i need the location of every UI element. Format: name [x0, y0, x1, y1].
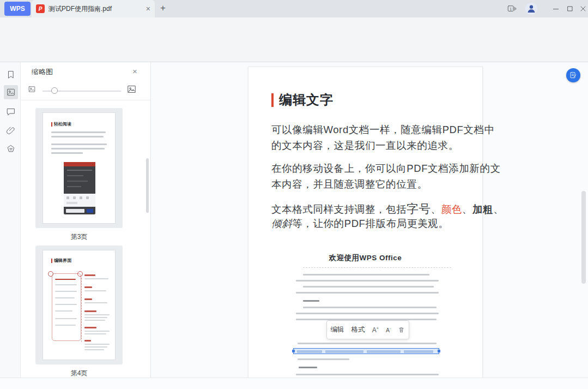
pdf-file-icon: P: [36, 4, 45, 13]
thumb-size-small-icon[interactable]: [28, 85, 36, 93]
wps-home-button[interactable]: WPS: [4, 2, 31, 16]
thumbnail-page-3-label: 第3页: [21, 232, 137, 242]
menu-bar: 文件 开始 插入 批注 编辑 页面 保护 转换 查找功能、文档内容: [0, 17, 588, 34]
paperclip-icon: [6, 125, 16, 135]
panel-scrollbar[interactable]: [146, 158, 149, 213]
embedded-edit-label: 编辑: [331, 325, 344, 334]
doc-paragraph-line: 本内容，并且随意调整它的位置。: [271, 177, 428, 191]
assistant-fab-button[interactable]: [566, 68, 580, 82]
doc-paragraph-line: 文本格式同样支持调整，包括字号、颜色、加粗、: [271, 201, 504, 217]
close-button[interactable]: [579, 4, 587, 13]
thumbnail-page-3-preview: 轻松阅读: [43, 112, 116, 224]
comments-tab-button[interactable]: [4, 105, 18, 119]
thumb-size-slider-knob[interactable]: [51, 87, 58, 94]
embedded-text-selection: [293, 348, 439, 354]
doc-paragraph-line: 可以像编辑Word文档一样，随意编辑PDF文档中: [271, 123, 495, 136]
assistant-doc-icon: [569, 71, 578, 80]
document-viewer: 编辑文字 可以像编辑Word文档一样，随意编辑PDF文档中 的文本内容，这是我们…: [151, 62, 588, 378]
status-bar: 导航 5/10: [0, 378, 588, 389]
thumb3-phone-image: [64, 162, 95, 214]
thumbnails-tab-button[interactable]: [4, 85, 18, 99]
new-tab-button[interactable]: +: [160, 3, 166, 14]
comment-icon: [6, 107, 16, 117]
tab-close-icon[interactable]: ×: [146, 5, 150, 13]
panel-close-icon[interactable]: ×: [132, 67, 137, 76]
document-tab-title: 测试PDF使用指南.pdf: [49, 4, 112, 14]
window-manager-icon[interactable]: 1: [507, 4, 517, 14]
attachments-tab-button[interactable]: [4, 123, 18, 137]
bookmark-icon: [6, 70, 16, 80]
seal-stamp-icon: [6, 144, 16, 154]
svg-text:1: 1: [510, 7, 512, 11]
wps-pdf-window: WPS P 测试PDF使用指南.pdf × + 1 文件: [0, 0, 588, 389]
thumb4-heading: 编辑界面: [54, 258, 71, 264]
seal-tab-button[interactable]: [4, 142, 18, 156]
panel-title: 缩略图: [32, 67, 53, 77]
embedded-font-decrease-icon: A-: [386, 326, 391, 333]
embedded-popup-toolbar: 编辑 格式 A+ A-: [326, 320, 409, 339]
thumb-size-large-icon[interactable]: [126, 84, 137, 94]
minimize-button[interactable]: [551, 4, 560, 13]
thumbnail-page-3[interactable]: 轻松阅读: [35, 108, 123, 228]
embedded-figure-title: 欢迎使用WPS Office: [271, 253, 459, 263]
embedded-delete-icon: [398, 326, 405, 333]
maximize-button[interactable]: [566, 4, 574, 13]
avatar[interactable]: [525, 2, 538, 17]
bookmarks-tab-button[interactable]: [4, 68, 18, 82]
thumbnail-page-4-preview: 编辑界面: [43, 250, 116, 360]
pdf-page: 编辑文字 可以像编辑Word文档一样，随意编辑PDF文档中 的文本内容，这是我们…: [248, 67, 483, 378]
navigation-sidebar: [0, 62, 21, 378]
document-tab[interactable]: P 测试PDF使用指南.pdf ×: [32, 0, 155, 17]
viewer-scrollbar[interactable]: [581, 191, 586, 284]
doc-section-heading: 编辑文字: [271, 91, 334, 109]
thumbnail-panel: 缩略图 × 轻松阅读: [21, 62, 151, 378]
thumb4-phone-sketch: [52, 273, 81, 341]
doc-paragraph-line: 在你的移动设备上，你可以向PDF文档添加新的文: [271, 161, 501, 175]
ribbon-toolbar: 手型 选择 PDF转Office PDF转图片 播放 阅读模式 29%: [0, 34, 588, 62]
tab-bar: WPS P 测试PDF使用指南.pdf × + 1: [0, 0, 588, 17]
doc-paragraph-line: 倾斜等，让你的PDF排版布局更美观。: [271, 217, 448, 230]
thumbnail-image-icon: [6, 87, 16, 97]
embedded-format-label: 格式: [351, 325, 365, 334]
doc-embedded-figure: 欢迎使用WPS Office 编辑 格式 A+ A-: [271, 249, 459, 378]
thumbnail-page-4[interactable]: 编辑界面: [35, 246, 123, 364]
thumb3-heading: 轻松阅读: [54, 121, 71, 127]
embedded-font-increase-icon: A+: [372, 326, 379, 334]
doc-paragraph-line: 的文本内容，这是我们一直以来的追求。: [271, 139, 459, 152]
thumbnail-page-4-label: 第4页: [21, 369, 137, 378]
